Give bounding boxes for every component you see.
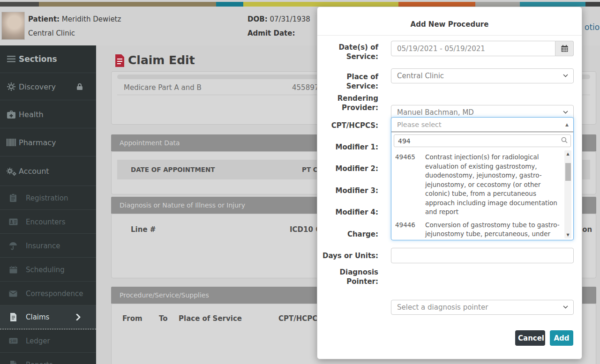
sidebar-item-pharmacy[interactable]: Pharmacy <box>0 128 96 156</box>
place-of-service-label: Place of Service: <box>317 72 378 91</box>
rendering-provider-label: Rendering Provider: <box>317 94 378 112</box>
dates-of-service-group <box>391 41 574 56</box>
ledger-check-icon: $ <box>8 336 18 346</box>
sidebar-item-registration[interactable]: Registration <box>0 186 96 210</box>
hamburger-icon[interactable] <box>6 54 16 64</box>
sidebar-item-label: Discovery <box>19 82 56 91</box>
sidebar-item-ledger[interactable]: $ Ledger <box>0 328 96 353</box>
scroll-down-icon[interactable]: ▼ <box>564 231 571 238</box>
dob-line: DOB: 07/31/1938 <box>248 15 310 23</box>
modal-title: Add New Procedure <box>317 7 582 36</box>
rendering-provider-value: Manuel Bachman, MD <box>397 108 474 117</box>
patient-photo <box>1 12 25 40</box>
cpt-select-trigger[interactable]: Please select <box>391 118 573 132</box>
top-bar-segment-teal <box>216 2 243 7</box>
diagnosis-pointer-label: Diagnosis Pointer: <box>317 267 378 286</box>
sidebar-item-label: Ledger <box>26 337 50 345</box>
diagnosis-pointer-placeholder: Select a diagnosis pointer <box>397 303 488 312</box>
top-bar-segment-teal2 <box>520 2 585 7</box>
sidebar-item-reports[interactable]: Reports <box>0 352 96 364</box>
options-link[interactable]: otion <box>585 22 600 32</box>
payer-name: Medicare Part A and B <box>124 83 202 92</box>
charge-label: Charge: <box>317 230 378 239</box>
cpt-code: 49465 <box>395 153 425 217</box>
sidebar-header-sections[interactable]: Sections <box>0 45 96 73</box>
modifier-4-label: Modifier 4: <box>317 208 378 217</box>
medical-bag-icon <box>6 109 16 119</box>
cancel-button[interactable]: Cancel <box>515 330 545 346</box>
sidebar-item-health[interactable]: Health <box>0 100 96 128</box>
barcode-icon <box>6 137 16 148</box>
umbrella-icon <box>8 241 18 251</box>
modifier-1-label: Modifier 1: <box>317 142 378 152</box>
sidebar-item-encounters[interactable]: Encounters <box>0 209 96 234</box>
place-of-service-select[interactable]: Central Clinic <box>391 68 574 83</box>
sidebar-item-label: Claims <box>26 313 49 321</box>
cpt-code: 49446 <box>395 221 425 238</box>
patient-name-line: Patient: Meridith Dewietz <box>28 15 121 23</box>
admit-date-label: Admit Date: <box>248 29 295 37</box>
page-title: Claim Edit <box>128 53 195 67</box>
cpt-hcpcs-combobox: Please select ▲ 49465 Contrast injection… <box>391 117 574 240</box>
dob-value: 07/31/1938 <box>270 15 310 23</box>
cpt-description: Conversion of gastrostomy tube to gastro… <box>425 221 561 238</box>
application-window: Patient: Meridith Dewietz Central Clinic… <box>0 0 600 364</box>
top-bar-segment-orange <box>398 2 475 7</box>
lock-icon <box>76 83 83 90</box>
column-from: From <box>122 314 142 323</box>
chevron-down-icon <box>563 111 568 114</box>
sidebar-item-label: Pharmacy <box>19 138 56 147</box>
id-card-icon <box>8 217 18 227</box>
cpt-placeholder: Please select <box>397 121 442 128</box>
chevron-right-icon <box>76 314 81 320</box>
sidebar-item-correspondence[interactable]: Correspondence <box>0 281 96 305</box>
calendar-icon <box>8 265 18 275</box>
sidebar-item-label: Account <box>19 167 49 176</box>
sidebar-item-scheduling[interactable]: Scheduling <box>0 257 96 282</box>
envelope-icon <box>8 289 18 299</box>
chevron-down-icon <box>563 305 568 309</box>
column-date-of-appointment: DATE OF APPOINTMENT <box>131 166 215 173</box>
cpt-results-list: 49465 Contrast injection(s) for radiolog… <box>395 150 561 238</box>
sidebar-item-discovery[interactable]: Discovery <box>0 73 96 100</box>
scrollbar-thumb[interactable] <box>565 163 571 181</box>
cpt-result-item[interactable]: 49446 Conversion of gastrostomy tube to … <box>395 218 561 238</box>
clipboard-icon <box>8 193 18 203</box>
sidebar-item-label: Reports <box>26 361 53 364</box>
svg-text:$: $ <box>10 339 12 343</box>
calendar-button[interactable] <box>555 41 574 56</box>
sidebar-item-account[interactable]: Account <box>0 156 96 186</box>
claim-document-icon <box>8 312 18 322</box>
days-or-units-input[interactable] <box>391 248 574 263</box>
scroll-up-icon[interactable]: ▲ <box>564 150 571 157</box>
gear-icon <box>6 82 16 92</box>
sidebar-item-label: Insurance <box>26 242 60 250</box>
sidebar-item-label: Encounters <box>26 218 66 226</box>
dates-of-service-label: Date(s) of Service: <box>317 43 378 61</box>
diagnosis-pointer-select[interactable]: Select a diagnosis pointer <box>391 300 574 315</box>
dob-label: DOB: <box>248 15 268 23</box>
chevron-down-icon <box>563 74 568 77</box>
list-scrollbar[interactable]: ▲ ▼ <box>564 150 571 238</box>
sidebar-item-claims[interactable]: Claims <box>0 305 96 329</box>
search-icon <box>561 137 568 143</box>
column-cpt-hcpcs: CPT/HCPCS <box>278 314 322 323</box>
sidebar-item-insurance[interactable]: Insurance <box>0 233 96 258</box>
cpt-search-input[interactable] <box>394 134 571 147</box>
sidebar-item-label: Scheduling <box>26 266 65 274</box>
dates-of-service-input[interactable] <box>391 41 555 56</box>
clinic-name: Central Clinic <box>28 29 75 37</box>
top-bar-segment-dark <box>585 2 600 7</box>
report-document-icon <box>8 360 18 364</box>
cpt-result-item[interactable]: 49465 Contrast injection(s) for radiolog… <box>395 150 561 218</box>
column-line-number: Line # <box>131 225 156 234</box>
add-button[interactable]: Add <box>550 330 573 346</box>
add-new-procedure-modal: Add New Procedure Date(s) of Service: Pl… <box>317 7 582 359</box>
caret-up-icon: ▲ <box>565 122 569 127</box>
column-to: To <box>159 314 168 323</box>
top-bar-segment-tan <box>39 2 216 7</box>
sidebar-item-label: Correspondence <box>26 290 83 298</box>
sidebar: Sections Discovery Health Pharmacy <box>0 45 96 364</box>
cpt-description: Contrast injection(s) for radiological e… <box>425 153 561 217</box>
patient-name: Meridith Dewietz <box>62 15 121 23</box>
